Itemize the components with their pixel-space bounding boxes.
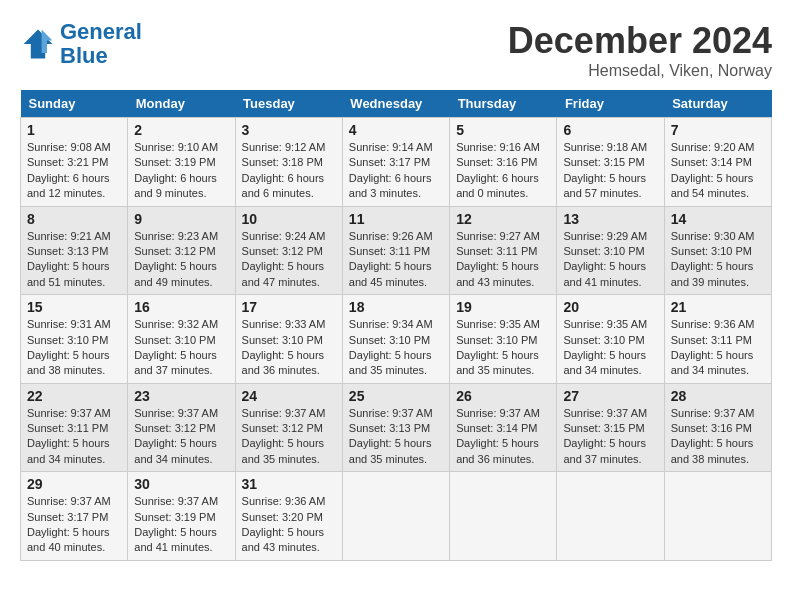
day-number: 19 bbox=[456, 299, 550, 315]
day-number: 22 bbox=[27, 388, 121, 404]
calendar-week-1: 1 Sunrise: 9:08 AM Sunset: 3:21 PM Dayli… bbox=[21, 118, 772, 207]
day-info: Sunrise: 9:27 AM Sunset: 3:11 PM Dayligh… bbox=[456, 229, 550, 291]
day-info: Sunrise: 9:34 AM Sunset: 3:10 PM Dayligh… bbox=[349, 317, 443, 379]
calendar-cell bbox=[664, 472, 771, 561]
day-number: 3 bbox=[242, 122, 336, 138]
day-number: 10 bbox=[242, 211, 336, 227]
header-saturday: Saturday bbox=[664, 90, 771, 118]
day-info: Sunrise: 9:31 AM Sunset: 3:10 PM Dayligh… bbox=[27, 317, 121, 379]
day-info: Sunrise: 9:33 AM Sunset: 3:10 PM Dayligh… bbox=[242, 317, 336, 379]
day-number: 12 bbox=[456, 211, 550, 227]
day-number: 1 bbox=[27, 122, 121, 138]
logo-line2: Blue bbox=[60, 43, 108, 68]
day-number: 21 bbox=[671, 299, 765, 315]
logo-line1: General bbox=[60, 19, 142, 44]
day-number: 16 bbox=[134, 299, 228, 315]
day-info: Sunrise: 9:37 AM Sunset: 3:17 PM Dayligh… bbox=[27, 494, 121, 556]
calendar-table: Sunday Monday Tuesday Wednesday Thursday… bbox=[20, 90, 772, 561]
calendar-cell bbox=[450, 472, 557, 561]
calendar-week-4: 22 Sunrise: 9:37 AM Sunset: 3:11 PM Dayl… bbox=[21, 383, 772, 472]
day-number: 2 bbox=[134, 122, 228, 138]
header-friday: Friday bbox=[557, 90, 664, 118]
day-number: 30 bbox=[134, 476, 228, 492]
calendar-cell: 7 Sunrise: 9:20 AM Sunset: 3:14 PM Dayli… bbox=[664, 118, 771, 207]
day-number: 13 bbox=[563, 211, 657, 227]
calendar-cell: 1 Sunrise: 9:08 AM Sunset: 3:21 PM Dayli… bbox=[21, 118, 128, 207]
calendar-cell: 20 Sunrise: 9:35 AM Sunset: 3:10 PM Dayl… bbox=[557, 295, 664, 384]
page-header: General Blue December 2024 Hemsedal, Vik… bbox=[20, 20, 772, 80]
day-info: Sunrise: 9:37 AM Sunset: 3:19 PM Dayligh… bbox=[134, 494, 228, 556]
calendar-cell: 2 Sunrise: 9:10 AM Sunset: 3:19 PM Dayli… bbox=[128, 118, 235, 207]
day-info: Sunrise: 9:26 AM Sunset: 3:11 PM Dayligh… bbox=[349, 229, 443, 291]
day-info: Sunrise: 9:12 AM Sunset: 3:18 PM Dayligh… bbox=[242, 140, 336, 202]
day-info: Sunrise: 9:37 AM Sunset: 3:14 PM Dayligh… bbox=[456, 406, 550, 468]
day-number: 28 bbox=[671, 388, 765, 404]
day-number: 8 bbox=[27, 211, 121, 227]
day-number: 31 bbox=[242, 476, 336, 492]
calendar-cell: 19 Sunrise: 9:35 AM Sunset: 3:10 PM Dayl… bbox=[450, 295, 557, 384]
calendar-cell: 10 Sunrise: 9:24 AM Sunset: 3:12 PM Dayl… bbox=[235, 206, 342, 295]
day-info: Sunrise: 9:16 AM Sunset: 3:16 PM Dayligh… bbox=[456, 140, 550, 202]
day-info: Sunrise: 9:37 AM Sunset: 3:11 PM Dayligh… bbox=[27, 406, 121, 468]
header-sunday: Sunday bbox=[21, 90, 128, 118]
day-info: Sunrise: 9:23 AM Sunset: 3:12 PM Dayligh… bbox=[134, 229, 228, 291]
day-info: Sunrise: 9:30 AM Sunset: 3:10 PM Dayligh… bbox=[671, 229, 765, 291]
month-title: December 2024 bbox=[508, 20, 772, 62]
calendar-header-row: Sunday Monday Tuesday Wednesday Thursday… bbox=[21, 90, 772, 118]
day-number: 25 bbox=[349, 388, 443, 404]
day-number: 27 bbox=[563, 388, 657, 404]
calendar-cell: 14 Sunrise: 9:30 AM Sunset: 3:10 PM Dayl… bbox=[664, 206, 771, 295]
day-info: Sunrise: 9:35 AM Sunset: 3:10 PM Dayligh… bbox=[456, 317, 550, 379]
day-info: Sunrise: 9:32 AM Sunset: 3:10 PM Dayligh… bbox=[134, 317, 228, 379]
calendar-cell: 25 Sunrise: 9:37 AM Sunset: 3:13 PM Dayl… bbox=[342, 383, 449, 472]
day-number: 15 bbox=[27, 299, 121, 315]
location: Hemsedal, Viken, Norway bbox=[508, 62, 772, 80]
day-info: Sunrise: 9:18 AM Sunset: 3:15 PM Dayligh… bbox=[563, 140, 657, 202]
day-number: 6 bbox=[563, 122, 657, 138]
calendar-cell: 23 Sunrise: 9:37 AM Sunset: 3:12 PM Dayl… bbox=[128, 383, 235, 472]
calendar-cell: 13 Sunrise: 9:29 AM Sunset: 3:10 PM Dayl… bbox=[557, 206, 664, 295]
day-info: Sunrise: 9:37 AM Sunset: 3:16 PM Dayligh… bbox=[671, 406, 765, 468]
calendar-cell: 26 Sunrise: 9:37 AM Sunset: 3:14 PM Dayl… bbox=[450, 383, 557, 472]
day-info: Sunrise: 9:10 AM Sunset: 3:19 PM Dayligh… bbox=[134, 140, 228, 202]
calendar-cell: 8 Sunrise: 9:21 AM Sunset: 3:13 PM Dayli… bbox=[21, 206, 128, 295]
calendar-cell bbox=[557, 472, 664, 561]
day-info: Sunrise: 9:29 AM Sunset: 3:10 PM Dayligh… bbox=[563, 229, 657, 291]
logo-icon bbox=[20, 26, 56, 62]
header-wednesday: Wednesday bbox=[342, 90, 449, 118]
day-number: 24 bbox=[242, 388, 336, 404]
day-number: 20 bbox=[563, 299, 657, 315]
calendar-cell: 4 Sunrise: 9:14 AM Sunset: 3:17 PM Dayli… bbox=[342, 118, 449, 207]
day-number: 4 bbox=[349, 122, 443, 138]
calendar-cell: 16 Sunrise: 9:32 AM Sunset: 3:10 PM Dayl… bbox=[128, 295, 235, 384]
header-monday: Monday bbox=[128, 90, 235, 118]
title-block: December 2024 Hemsedal, Viken, Norway bbox=[508, 20, 772, 80]
calendar-cell bbox=[342, 472, 449, 561]
day-info: Sunrise: 9:24 AM Sunset: 3:12 PM Dayligh… bbox=[242, 229, 336, 291]
day-info: Sunrise: 9:36 AM Sunset: 3:20 PM Dayligh… bbox=[242, 494, 336, 556]
day-info: Sunrise: 9:35 AM Sunset: 3:10 PM Dayligh… bbox=[563, 317, 657, 379]
calendar-week-3: 15 Sunrise: 9:31 AM Sunset: 3:10 PM Dayl… bbox=[21, 295, 772, 384]
calendar-cell: 30 Sunrise: 9:37 AM Sunset: 3:19 PM Dayl… bbox=[128, 472, 235, 561]
day-number: 29 bbox=[27, 476, 121, 492]
calendar-cell: 27 Sunrise: 9:37 AM Sunset: 3:15 PM Dayl… bbox=[557, 383, 664, 472]
calendar-cell: 24 Sunrise: 9:37 AM Sunset: 3:12 PM Dayl… bbox=[235, 383, 342, 472]
calendar-cell: 5 Sunrise: 9:16 AM Sunset: 3:16 PM Dayli… bbox=[450, 118, 557, 207]
calendar-week-2: 8 Sunrise: 9:21 AM Sunset: 3:13 PM Dayli… bbox=[21, 206, 772, 295]
calendar-cell: 11 Sunrise: 9:26 AM Sunset: 3:11 PM Dayl… bbox=[342, 206, 449, 295]
day-info: Sunrise: 9:37 AM Sunset: 3:12 PM Dayligh… bbox=[134, 406, 228, 468]
day-info: Sunrise: 9:20 AM Sunset: 3:14 PM Dayligh… bbox=[671, 140, 765, 202]
calendar-week-5: 29 Sunrise: 9:37 AM Sunset: 3:17 PM Dayl… bbox=[21, 472, 772, 561]
calendar-cell: 9 Sunrise: 9:23 AM Sunset: 3:12 PM Dayli… bbox=[128, 206, 235, 295]
day-number: 14 bbox=[671, 211, 765, 227]
day-info: Sunrise: 9:37 AM Sunset: 3:15 PM Dayligh… bbox=[563, 406, 657, 468]
calendar-cell: 18 Sunrise: 9:34 AM Sunset: 3:10 PM Dayl… bbox=[342, 295, 449, 384]
day-number: 7 bbox=[671, 122, 765, 138]
day-number: 23 bbox=[134, 388, 228, 404]
calendar-cell: 29 Sunrise: 9:37 AM Sunset: 3:17 PM Dayl… bbox=[21, 472, 128, 561]
calendar-cell: 6 Sunrise: 9:18 AM Sunset: 3:15 PM Dayli… bbox=[557, 118, 664, 207]
day-info: Sunrise: 9:37 AM Sunset: 3:12 PM Dayligh… bbox=[242, 406, 336, 468]
day-number: 17 bbox=[242, 299, 336, 315]
day-info: Sunrise: 9:08 AM Sunset: 3:21 PM Dayligh… bbox=[27, 140, 121, 202]
day-number: 26 bbox=[456, 388, 550, 404]
